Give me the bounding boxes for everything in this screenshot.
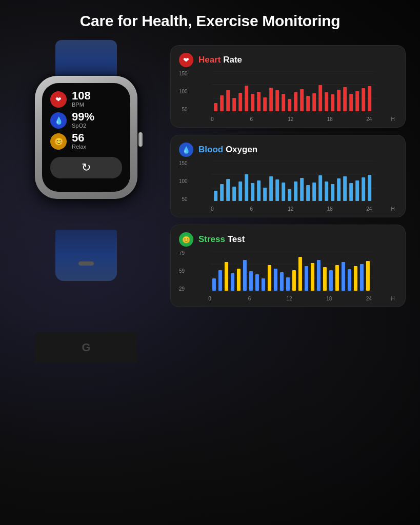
stress-test-title: Stress Test (198, 234, 245, 245)
page: Care for Health, Exercise Monitoring ❤ (0, 0, 420, 525)
svg-rect-87 (354, 266, 357, 291)
svg-rect-75 (280, 272, 284, 291)
svg-rect-9 (245, 86, 248, 111)
svg-rect-41 (257, 180, 261, 201)
svg-rect-80 (311, 263, 314, 291)
svg-rect-84 (335, 265, 339, 291)
svg-rect-47 (294, 181, 297, 201)
g-logo: G (82, 341, 90, 354)
blood-oxygen-chart-wrapper: 150 100 50 (179, 161, 397, 212)
heart-rate-header: ❤ Heart Rate (179, 53, 397, 67)
blood-oxygen-chart-body: 0 6 12 18 24 H (191, 161, 397, 212)
stress-test-header: 😊 Stress Test (179, 232, 397, 247)
svg-rect-57 (355, 180, 359, 201)
blood-oxygen-x-axis: 0 6 12 18 24 H (191, 206, 397, 212)
blood-oxygen-y-axis: 150 100 50 (179, 161, 191, 202)
svg-rect-8 (238, 93, 242, 111)
svg-rect-68 (237, 269, 241, 291)
blood-oxygen-svg (191, 161, 397, 202)
svg-rect-17 (294, 92, 297, 111)
svg-rect-48 (300, 178, 304, 201)
svg-rect-24 (337, 90, 341, 111)
watch-band-top (55, 40, 117, 81)
svg-rect-37 (232, 187, 236, 201)
svg-rect-76 (286, 277, 290, 291)
band-buckle (78, 261, 94, 266)
svg-rect-70 (249, 271, 253, 291)
stress-test-icon: 😊 (179, 232, 193, 247)
svg-rect-85 (342, 262, 345, 291)
heart-rate-y-axis: 150 100 50 (179, 71, 191, 112)
svg-rect-44 (275, 179, 279, 201)
svg-rect-77 (292, 270, 296, 291)
bpm-value: 108 (72, 90, 91, 102)
svg-rect-69 (243, 260, 247, 291)
svg-rect-65 (218, 270, 222, 291)
heart-rate-card: ❤ Heart Rate 150 100 50 (170, 45, 406, 128)
svg-rect-56 (349, 183, 353, 201)
metric-row-oxygen: 💧 99% SpO2 (50, 111, 122, 129)
svg-rect-26 (349, 94, 353, 111)
svg-rect-82 (323, 267, 327, 291)
svg-rect-67 (231, 273, 234, 291)
watch-crown (138, 132, 143, 147)
stress-icon: 😊 (50, 133, 67, 150)
refresh-button[interactable]: ↻ (50, 157, 122, 178)
oxygen-unit: SpO2 (72, 123, 94, 129)
svg-rect-10 (251, 94, 254, 111)
watch-body: ❤ 108 BPM 💧 (35, 76, 137, 199)
refresh-icon: ↻ (82, 161, 91, 174)
watch-container: ❤ 108 BPM 💧 (19, 55, 153, 271)
svg-rect-35 (220, 184, 224, 201)
svg-rect-51 (318, 175, 322, 201)
svg-rect-86 (348, 269, 351, 291)
svg-rect-21 (318, 85, 322, 111)
svg-rect-25 (343, 87, 347, 111)
svg-rect-27 (355, 91, 359, 111)
stress-test-chart-body: 0 6 12 18 24 H (188, 251, 397, 301)
svg-rect-6 (226, 90, 230, 111)
charts-section: ❤ Heart Rate 150 100 50 (170, 45, 406, 307)
bpm-unit: BPM (72, 102, 91, 108)
svg-rect-29 (368, 86, 371, 111)
metric-row-stress: 😊 56 Relax (50, 132, 122, 150)
oxygen-icon: 💧 (50, 112, 67, 129)
stress-test-y-axis: 79 59 29 (179, 251, 188, 292)
svg-rect-72 (262, 278, 265, 291)
heart-rate-title: Heart Rate (198, 55, 242, 65)
blood-oxygen-icon: 💧 (179, 143, 193, 157)
svg-rect-11 (257, 92, 261, 111)
svg-rect-40 (251, 183, 254, 201)
svg-rect-55 (343, 176, 347, 201)
oxygen-value: 99% (72, 111, 94, 123)
svg-rect-28 (362, 88, 365, 111)
oxygen-metric-group: 99% SpO2 (72, 111, 94, 129)
heart-icon: ❤ (50, 91, 67, 108)
svg-rect-42 (263, 188, 267, 201)
svg-rect-16 (288, 99, 291, 111)
stress-metric-group: 56 Relax (72, 132, 86, 150)
svg-rect-36 (226, 179, 230, 201)
svg-rect-79 (305, 266, 308, 291)
svg-rect-4 (214, 103, 217, 111)
metric-row-heart: ❤ 108 BPM (50, 90, 122, 108)
svg-rect-43 (269, 176, 273, 201)
svg-rect-18 (300, 89, 304, 111)
svg-rect-50 (312, 183, 316, 201)
heart-rate-chart-wrapper: 150 100 50 (179, 71, 397, 122)
blood-oxygen-card: 💧 Blood Oxygen 150 100 50 (170, 135, 406, 217)
watch-section: ❤ 108 BPM 💧 (14, 55, 158, 363)
svg-rect-58 (362, 177, 365, 201)
svg-rect-19 (306, 96, 310, 111)
svg-rect-74 (274, 269, 277, 291)
blood-oxygen-title: Blood Oxygen (198, 145, 257, 155)
blood-oxygen-header: 💧 Blood Oxygen (179, 143, 397, 157)
svg-rect-20 (312, 93, 316, 111)
stress-test-card: 😊 Stress Test 79 59 29 (170, 225, 406, 307)
svg-rect-12 (263, 97, 267, 111)
svg-rect-7 (232, 98, 236, 111)
svg-rect-66 (225, 262, 228, 291)
stress-test-chart-wrapper: 79 59 29 (179, 251, 397, 301)
svg-rect-78 (298, 257, 302, 291)
svg-rect-22 (325, 92, 328, 111)
